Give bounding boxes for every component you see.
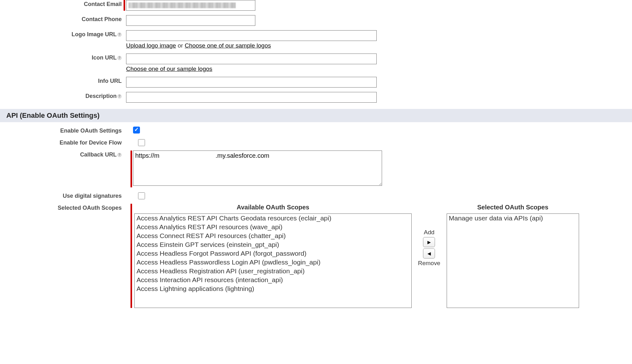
info-url-label: Info URL <box>0 77 126 84</box>
enable-oauth-checkbox[interactable] <box>133 127 140 134</box>
enable-device-flow-label: Enable for Device Flow <box>0 139 126 146</box>
description-input[interactable] <box>126 92 377 103</box>
api-section-header: API (Enable OAuth Settings) <box>0 109 632 122</box>
scope-option[interactable]: Access Headless Forgot Password API (for… <box>135 249 411 258</box>
icon-url-links: Choose one of our sample logos <box>126 65 212 72</box>
digital-signatures-label: Use digital signatures <box>0 192 126 199</box>
logo-url-links: Upload logo image or Choose one of our s… <box>126 42 271 49</box>
digital-signatures-checkbox[interactable] <box>138 192 145 199</box>
add-label: Add <box>424 229 434 236</box>
description-label: Description? <box>0 92 126 100</box>
selected-scopes-list[interactable]: Manage user data via APIs (api) <box>447 213 579 308</box>
scope-option[interactable]: Access Headless Passwordless Login API (… <box>135 258 411 267</box>
selected-scopes-label: Selected OAuth Scopes <box>0 204 126 211</box>
scope-option[interactable]: Access Interaction API resources (intera… <box>135 276 411 284</box>
scope-option[interactable]: Access Connect REST API resources (chatt… <box>135 231 411 240</box>
icon-url-label: Icon URL? <box>0 54 126 61</box>
remove-scope-button[interactable]: ◀ <box>423 248 435 259</box>
scope-option[interactable]: Access Headless Registration API (user_r… <box>135 267 411 276</box>
scope-option[interactable]: Access Analytics REST API Charts Geodata… <box>135 214 411 223</box>
help-icon[interactable]: ? <box>117 56 122 60</box>
enable-oauth-label: Enable OAuth Settings <box>0 127 126 134</box>
contact-email-label: Contact Email <box>0 0 126 8</box>
enable-device-flow-checkbox[interactable] <box>138 139 145 146</box>
available-scopes-list[interactable]: Access Analytics REST API Charts Geodata… <box>134 213 412 308</box>
logo-url-input[interactable] <box>126 30 377 41</box>
logo-url-label: Logo Image URL? <box>0 30 126 38</box>
callback-url-input[interactable] <box>133 151 382 186</box>
available-scopes-header: Available OAuth Scopes <box>237 204 309 211</box>
upload-logo-link[interactable]: Upload logo image <box>126 42 176 49</box>
help-icon[interactable]: ? <box>117 153 122 157</box>
remove-label: Remove <box>418 260 440 267</box>
contact-phone-label: Contact Phone <box>0 15 126 23</box>
contact-phone-input[interactable] <box>126 15 255 26</box>
help-icon[interactable]: ? <box>117 94 122 99</box>
add-scope-button[interactable]: ▶ <box>423 237 435 247</box>
scope-option[interactable]: Access Analytics REST API resources (wav… <box>135 223 411 231</box>
sample-logos-link[interactable]: Choose one of our sample logos <box>185 42 271 49</box>
info-url-input[interactable] <box>126 77 377 88</box>
scope-option[interactable]: Manage user data via APIs (api) <box>447 214 579 223</box>
help-icon[interactable]: ? <box>117 32 122 37</box>
callback-url-label: Callback URL? <box>0 151 126 158</box>
scope-option[interactable]: Access Einstein GPT services (einstein_g… <box>135 240 411 249</box>
selected-scopes-header: Selected OAuth Scopes <box>477 204 548 211</box>
icon-url-input[interactable] <box>126 54 377 64</box>
scope-option[interactable]: Access Lightning applications (lightning… <box>135 284 411 293</box>
icon-sample-link[interactable]: Choose one of our sample logos <box>126 65 212 72</box>
